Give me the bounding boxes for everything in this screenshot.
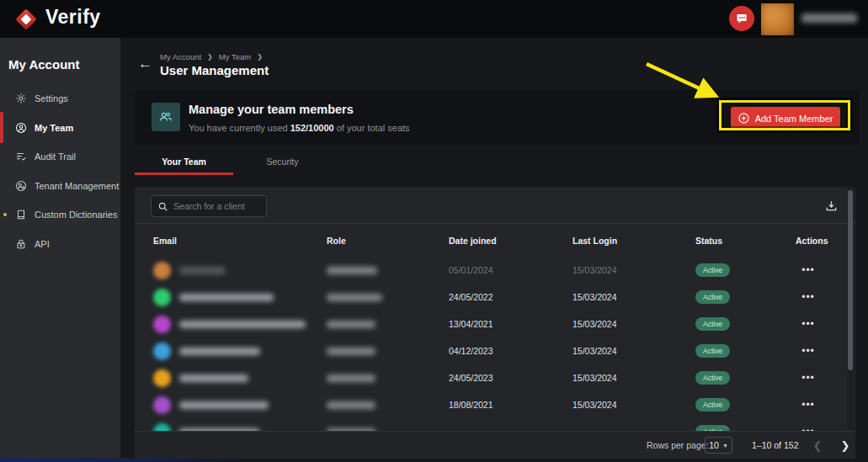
user-avatar[interactable]: [761, 3, 794, 35]
avatar: [153, 343, 171, 360]
email-redacted: [179, 321, 306, 328]
column-header-role: Role: [327, 236, 449, 246]
column-header-actions: Actions: [796, 236, 855, 246]
last-login: 15/03/2024: [572, 400, 695, 410]
avatar: [153, 262, 171, 279]
search-input[interactable]: [173, 201, 259, 211]
sidebar-item-label: Custom Dictionaries: [35, 210, 117, 220]
bottom-window-edge: [0, 458, 253, 462]
rows-per-page-label: Rows per page:: [647, 440, 709, 450]
scrollbar-thumb[interactable]: [848, 190, 853, 370]
rows-per-page-select[interactable]: 10 ▼: [705, 437, 732, 454]
book-icon: [15, 209, 27, 220]
sidebar-item-label: My Team: [35, 123, 73, 133]
email-redacted: [179, 267, 226, 274]
verify-logo-icon: [13, 7, 39, 32]
last-login: 15/03/2024: [572, 319, 695, 329]
status-badge: Active: [695, 290, 730, 304]
table-row[interactable]: 24/05/202215/03/2024Active•••: [135, 284, 849, 311]
row-actions-ellipsis-icon[interactable]: •••: [796, 345, 821, 357]
page-title: User Management: [160, 63, 269, 77]
last-login: 15/03/2024: [572, 373, 695, 383]
audit-list-icon: [15, 151, 27, 162]
date-joined: 24/05/2023: [449, 373, 572, 383]
row-actions-ellipsis-icon[interactable]: •••: [796, 372, 821, 384]
status-badge: Active: [695, 317, 730, 331]
sidebar-item-my-team[interactable]: My Team: [0, 114, 120, 142]
back-arrow-icon[interactable]: ←: [138, 56, 152, 72]
date-joined: 18/08/2021: [449, 400, 572, 410]
email-redacted: [179, 374, 248, 382]
sidebar-item-settings[interactable]: Settings: [0, 84, 120, 113]
role-redacted: [327, 401, 375, 409]
chevron-down-icon: ▼: [722, 443, 728, 449]
column-header-date-joined: Date joined: [449, 236, 572, 246]
plus-circle-icon: [738, 113, 749, 124]
previous-page-button[interactable]: ❮: [808, 436, 827, 454]
search-box[interactable]: [151, 195, 267, 217]
table-row[interactable]: Active•••: [135, 418, 849, 431]
team-table-card: EmailRoleDate joinedLast LoginStatusActi…: [135, 187, 855, 459]
row-actions-ellipsis-icon[interactable]: •••: [796, 264, 821, 276]
chevron-right-icon: ❯: [207, 53, 213, 61]
status-badge: Active: [695, 344, 730, 358]
role-redacted: [327, 294, 382, 301]
tenant-icon: [15, 180, 27, 192]
sidebar-item-label: API: [35, 239, 50, 249]
person-circle-icon: [15, 122, 27, 134]
email-redacted: [179, 348, 260, 355]
role-redacted: [327, 267, 377, 274]
last-login: 15/03/2024: [572, 346, 695, 356]
table-row[interactable]: 18/08/202115/03/2024Active•••: [135, 391, 849, 418]
pagination-bar: Rows per page: 10 ▼ 1–10 of 152 ❮ ❯: [135, 431, 855, 459]
table-scrollbar[interactable]: [847, 187, 854, 431]
last-login: 15/03/2024: [572, 292, 695, 302]
avatar: [153, 289, 171, 306]
table-row[interactable]: 24/05/202315/03/2024Active•••: [135, 364, 849, 391]
table-body: 05/01/202415/03/2024Active•••24/05/20221…: [135, 257, 849, 431]
column-header-last-login: Last Login: [572, 236, 695, 246]
status-badge: Active: [695, 398, 730, 412]
brand-name: Verify: [45, 6, 101, 29]
banner-subtitle: You have currently used 152/10000 of you…: [189, 123, 410, 133]
date-joined: 04/12/2023: [449, 346, 572, 356]
date-joined: 24/05/2022: [449, 292, 572, 302]
avatar: [153, 423, 171, 432]
sidebar-item-api[interactable]: API: [0, 230, 120, 258]
avatar: [153, 396, 171, 414]
search-icon: [158, 201, 168, 212]
tab-security[interactable]: Security: [233, 157, 332, 175]
email-redacted: [179, 401, 269, 409]
sidebar-heading: My Account: [8, 57, 79, 72]
role-redacted: [327, 374, 375, 382]
next-page-button[interactable]: ❯: [836, 436, 855, 454]
chat-icon[interactable]: [729, 6, 754, 31]
sidebar-item-label: Tenant Management: [35, 181, 119, 191]
row-actions-ellipsis-icon[interactable]: •••: [796, 399, 821, 411]
avatar: [153, 369, 171, 387]
add-team-member-button[interactable]: Add Team Member: [731, 107, 840, 130]
status-badge: Active: [695, 371, 730, 385]
lock-icon: [15, 238, 27, 250]
row-actions-ellipsis-icon[interactable]: •••: [796, 318, 821, 330]
role-redacted: [327, 321, 375, 328]
row-actions-ellipsis-icon[interactable]: •••: [796, 291, 821, 303]
download-icon[interactable]: [823, 198, 839, 213]
breadcrumb-my-account[interactable]: My Account: [160, 52, 201, 61]
table-row[interactable]: 05/01/202415/03/2024Active•••: [135, 257, 849, 284]
column-header-email: Email: [153, 236, 327, 246]
table-row[interactable]: 13/04/202115/03/2024Active•••: [135, 311, 849, 337]
status-badge: Active: [695, 425, 730, 431]
breadcrumb-my-team[interactable]: My Team: [219, 52, 251, 61]
chevron-right-icon: ❯: [257, 53, 263, 61]
sidebar-item-custom-dictionaries[interactable]: Custom Dictionaries: [0, 200, 120, 229]
sidebar: My Account SettingsMy TeamAudit TrailTen…: [0, 38, 120, 462]
user-email-redacted: [801, 13, 857, 23]
table-row[interactable]: 04/12/202315/03/2024Active•••: [135, 337, 849, 364]
sidebar-item-tenant-management[interactable]: Tenant Management: [0, 172, 120, 200]
status-badge: Active: [695, 263, 730, 277]
gear-icon: [15, 93, 27, 104]
seats-used: 152/10000: [290, 123, 334, 133]
top-bar: Verify: [0, 0, 868, 38]
sidebar-item-audit-trail[interactable]: Audit Trail: [0, 142, 120, 171]
